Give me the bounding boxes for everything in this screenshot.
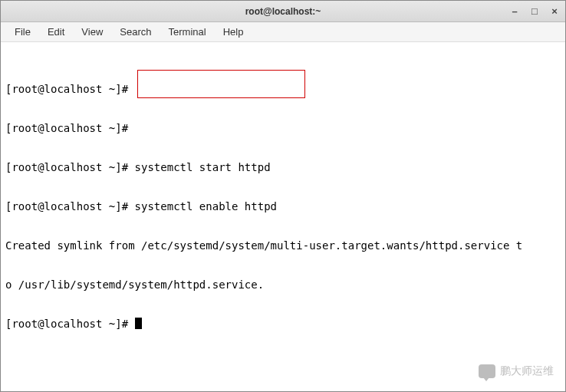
terminal-line: [root@localhost ~]# systemctl enable htt… — [5, 200, 561, 213]
terminal-body[interactable]: [root@localhost ~]# [root@localhost ~]# … — [1, 42, 565, 391]
terminal-line: [root@localhost ~]# systemctl start http… — [5, 161, 561, 174]
maximize-button[interactable]: □ — [527, 3, 542, 18]
menu-search[interactable]: Search — [112, 24, 159, 40]
prompt-text: [root@localhost ~]# — [5, 318, 135, 330]
titlebar[interactable]: root@localhost:~ – □ × — [1, 1, 565, 22]
minimize-button[interactable]: – — [507, 3, 522, 18]
window-controls: – □ × — [507, 3, 562, 18]
terminal-line: [root@localhost ~]# — [5, 122, 561, 135]
close-button[interactable]: × — [547, 3, 562, 18]
terminal-line: [root@localhost ~]# — [5, 83, 561, 96]
terminal-window: root@localhost:~ – □ × File Edit View Se… — [0, 0, 566, 392]
menu-file[interactable]: File — [7, 24, 38, 40]
cursor-icon — [135, 318, 142, 329]
menu-edit[interactable]: Edit — [40, 24, 72, 40]
menu-help[interactable]: Help — [216, 24, 252, 40]
terminal-line-current: [root@localhost ~]# — [5, 318, 561, 331]
terminal-line: o /usr/lib/systemd/system/httpd.service. — [5, 278, 561, 292]
window-title: root@localhost:~ — [245, 6, 321, 17]
menubar: File Edit View Search Terminal Help — [1, 22, 565, 42]
menu-terminal[interactable]: Terminal — [161, 24, 214, 40]
terminal-line: Created symlink from /etc/systemd/system… — [5, 239, 561, 252]
menu-view[interactable]: View — [74, 24, 110, 40]
